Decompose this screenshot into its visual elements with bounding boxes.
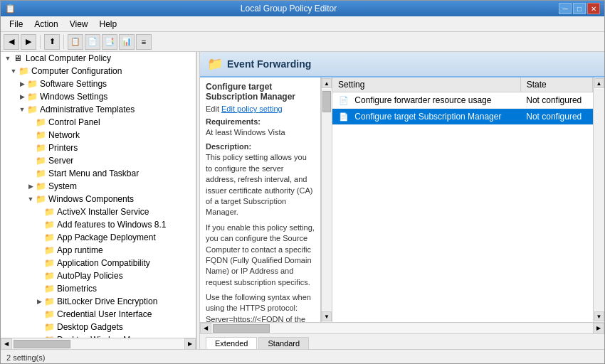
tree-item-biometrics[interactable]: 📁 Biometrics [1, 282, 196, 295]
detail-split: Configure target Subscription Manager Ed… [200, 77, 604, 322]
v-scroll-thumb[interactable] [322, 91, 331, 112]
maximize-button[interactable]: □ [573, 3, 586, 14]
tree-item-computer-config[interactable]: ▼ 📁 Computer Configuration [1, 65, 196, 77]
show-hide-button[interactable]: 📋 [68, 34, 83, 50]
tree-item-add-features[interactable]: 📁 Add features to Windows 8.1 [1, 218, 196, 231]
tree-label: Network [48, 130, 80, 140]
show-hide-4[interactable]: 📊 [119, 34, 135, 50]
settings-scroll-left[interactable]: ◀ [200, 323, 211, 334]
table-row[interactable]: 📄 Configure forwarder resource usage Not… [332, 92, 593, 109]
tree-item-activex[interactable]: 📁 ActiveX Installer Service [1, 205, 196, 218]
expand-icon: ▶ [26, 182, 35, 191]
expand-icon: ▼ [4, 54, 12, 63]
column-setting[interactable]: Setting [332, 77, 520, 92]
h-scroll-thumb[interactable] [14, 340, 70, 348]
toolbar: ◀ ▶ ⬆ 📋 📄 📑 📊 ≡ [1, 32, 604, 52]
menu-file[interactable]: File [4, 18, 28, 31]
tree-item-app-package[interactable]: 📁 App Package Deployment [1, 231, 196, 244]
tree-item-desktop-gadgets[interactable]: 📁 Desktop Gadgets [1, 321, 196, 333]
column-state[interactable]: State [520, 77, 592, 92]
tree-label: Add features to Windows 8.1 [57, 220, 166, 230]
menu-view[interactable]: View [64, 18, 94, 31]
tree-item-app-runtime[interactable]: 📁 App runtime [1, 244, 196, 257]
settings-h-thumb[interactable] [213, 324, 270, 333]
tree-label: Application Compatibility [57, 258, 150, 268]
expand-icon: ▼ [9, 67, 18, 75]
setting-cell: 📄 Configure forwarder resource usage [332, 92, 520, 109]
expand-icon [35, 208, 43, 216]
tree-item-app-compat[interactable]: 📁 Application Compatibility [1, 257, 196, 269]
description-text-2: If you enable this policy setting, you c… [206, 223, 315, 288]
title-bar: 📋 Local Group Policy Editor ─ □ ✕ [1, 1, 604, 16]
scroll-left-btn[interactable]: ◀ [1, 338, 12, 350]
setting-cell: 📄 Configure target Subscription Manager [332, 109, 520, 125]
folder-icon: 📁 [43, 296, 55, 307]
tree-label: Local Computer Policy [26, 53, 111, 63]
scroll-up-btn-2[interactable]: ▲ [594, 78, 604, 88]
menu-action[interactable]: Action [28, 18, 63, 31]
folder-icon: 📁 [35, 168, 46, 179]
tree-item-software-settings[interactable]: ▶ 📁 Software Settings [1, 77, 196, 90]
tree-item-bitlocker[interactable]: ▶ 📁 BitLocker Drive Encryption [1, 295, 196, 308]
main-container: ▼ 🖥 Local Computer Policy ▼ 📁 Computer C… [1, 52, 604, 349]
description-text: This policy setting allows you to config… [206, 152, 315, 218]
tree-h-scrollbar[interactable]: ◀ ▶ [1, 338, 196, 349]
tree-item-windows-settings[interactable]: ▶ 📁 Windows Settings [1, 90, 196, 103]
description-pane: Configure target Subscription Manager Ed… [200, 77, 321, 322]
tree-item-credential-ui[interactable]: 📁 Credential User Interface [1, 308, 196, 321]
table-row-selected[interactable]: 📄 Configure target Subscription Manager … [332, 109, 593, 125]
tree-item-local-computer-policy[interactable]: ▼ 🖥 Local Computer Policy [1, 52, 196, 65]
tree-label: Software Settings [40, 79, 107, 89]
folder-icon: 📁 [26, 91, 38, 102]
expand-icon [35, 259, 43, 267]
minimize-button[interactable]: ─ [559, 3, 572, 14]
toolbar-separator-2 [63, 35, 64, 49]
tree-label: BitLocker Drive Encryption [57, 296, 157, 306]
show-hide-3[interactable]: 📑 [102, 34, 117, 50]
edit-policy-prefix: Edit [206, 105, 221, 113]
folder-icon: 📁 [43, 206, 55, 218]
expand-icon [26, 118, 35, 127]
tree-label: Windows Components [48, 194, 134, 204]
scroll-right-btn[interactable]: ▶ [184, 338, 196, 350]
tab-standard[interactable]: Standard [258, 337, 309, 349]
settings-scroll-right[interactable]: ▶ [593, 323, 604, 334]
tree-label: System [48, 181, 77, 191]
tree-label: Control Panel [48, 117, 100, 127]
v-scroll-track-2 [594, 89, 604, 311]
menu-help[interactable]: Help [94, 18, 123, 31]
show-hide-2[interactable]: 📄 [85, 34, 100, 50]
tree-label: Credential User Interface [57, 309, 152, 319]
tab-extended[interactable]: Extended [206, 337, 257, 349]
tree-item-start-menu[interactable]: 📁 Start Menu and Taskbar [1, 167, 196, 180]
tree-label: Biometrics [57, 284, 97, 294]
setting-icon: 📄 [338, 111, 349, 122]
status-bar: 2 setting(s) [1, 349, 604, 364]
forward-button[interactable]: ▶ [21, 34, 36, 50]
up-button[interactable]: ⬆ [44, 34, 60, 50]
back-button[interactable]: ◀ [4, 34, 19, 50]
setting-name: Configure forwarder resource usage [354, 95, 491, 105]
tree-item-autoplay[interactable]: 📁 AutoPlay Policies [1, 269, 196, 282]
tree-item-control-panel[interactable]: 📁 Control Panel [1, 116, 196, 129]
scroll-up-btn[interactable]: ▲ [322, 78, 332, 88]
scroll-down-btn[interactable]: ▼ [322, 311, 332, 321]
tree-item-printers[interactable]: 📁 Printers [1, 141, 196, 154]
detail-header-title: Event Forwarding [227, 58, 311, 70]
tree-item-system[interactable]: ▶ 📁 System [1, 180, 196, 193]
filter-button[interactable]: ≡ [136, 34, 152, 50]
detail-header-icon: 📁 [207, 56, 223, 72]
edit-policy-link[interactable]: Edit policy setting [221, 105, 283, 113]
settings-h-scrollbar: ◀ ▶ [200, 322, 604, 333]
tree-item-admin-templates[interactable]: ▼ 📁 Administrative Templates [1, 103, 196, 116]
policy-title: Configure target Subscription Manager [206, 82, 315, 102]
expand-icon: ▶ [35, 297, 43, 306]
close-button[interactable]: ✕ [587, 3, 600, 14]
expand-icon [35, 284, 43, 293]
tree-item-server[interactable]: 📁 Server [1, 154, 196, 167]
scroll-down-btn-2[interactable]: ▼ [594, 311, 604, 321]
folder-icon: 📁 [43, 321, 55, 333]
tree-item-windows-components[interactable]: ▼ 📁 Windows Components [1, 193, 196, 205]
tree-label: Windows Settings [40, 92, 107, 102]
tree-item-network[interactable]: 📁 Network [1, 129, 196, 141]
